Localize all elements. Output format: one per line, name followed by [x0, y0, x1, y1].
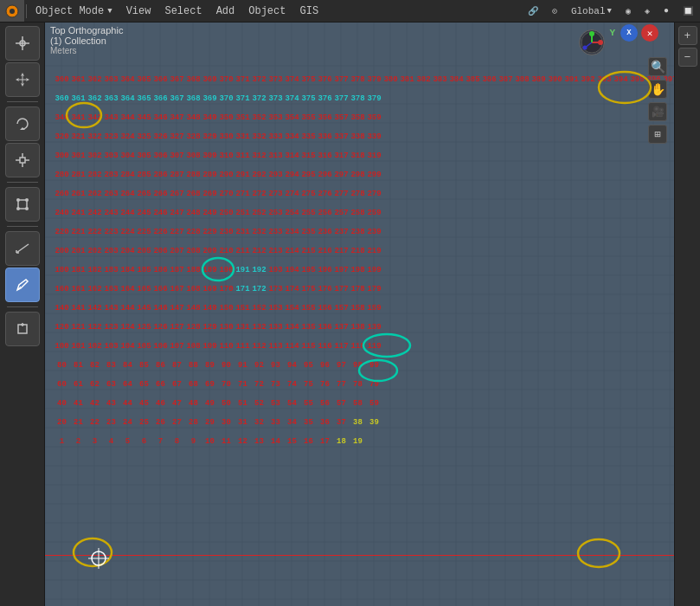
grid-number[interactable]: 369 — [202, 89, 218, 108]
grid-number[interactable]: 364 — [119, 70, 136, 89]
grid-number[interactable]: 362 — [87, 89, 103, 108]
grid-number[interactable]: 249 — [202, 203, 218, 222]
grid-number[interactable]: 84 — [119, 356, 136, 375]
grid-number[interactable]: 377 — [333, 70, 350, 89]
grid-number[interactable]: 348 — [185, 108, 202, 127]
grid-number[interactable]: 57 — [333, 394, 350, 413]
rotate-tool[interactable] — [5, 106, 40, 141]
grid-number[interactable]: 9 — [185, 432, 202, 451]
grid-number[interactable]: 105 — [136, 337, 152, 356]
grid-number[interactable]: 224 — [119, 222, 136, 242]
grid-number[interactable]: 360 — [54, 89, 70, 108]
grid-number[interactable]: 385 — [465, 70, 481, 89]
grid-number[interactable]: 92 — [251, 356, 267, 375]
grid-number[interactable]: 301 — [70, 146, 87, 165]
hand-pan-btn[interactable]: ✋ — [648, 80, 667, 99]
close-viewport-button[interactable]: ✕ — [641, 24, 658, 42]
grid-number[interactable]: 166 — [152, 280, 169, 299]
grid-number[interactable]: 114 — [284, 337, 300, 356]
grid-number[interactable]: 244 — [119, 203, 136, 222]
grid-number[interactable]: 137 — [333, 318, 350, 337]
grid-number[interactable]: 6 — [136, 432, 152, 451]
grid-number[interactable]: 347 — [169, 108, 185, 127]
cursor-tool[interactable] — [5, 26, 40, 61]
grid-number[interactable]: 11 — [218, 432, 234, 451]
gis-menu[interactable]: GIS — [292, 0, 325, 22]
grid-number[interactable]: 25 — [136, 413, 152, 432]
grid-number[interactable]: 278 — [350, 184, 366, 203]
grid-number[interactable]: 290 — [218, 165, 234, 184]
grid-number[interactable]: 190 — [218, 261, 234, 280]
grid-number[interactable]: 193 — [267, 261, 284, 280]
grid-number[interactable]: 252 — [251, 203, 267, 222]
grid-number[interactable]: 123 — [103, 318, 119, 337]
grid-number[interactable]: 96 — [317, 356, 333, 375]
grid-number[interactable]: 95 — [300, 356, 317, 375]
grid-number[interactable]: 237 — [333, 222, 350, 242]
grid-number[interactable]: 179 — [366, 280, 382, 299]
grid-number[interactable]: 253 — [267, 203, 284, 222]
grid-number[interactable]: 175 — [300, 280, 317, 299]
grid-number[interactable]: 327 — [169, 127, 185, 146]
grid-number[interactable]: 259 — [366, 203, 382, 222]
grid-number[interactable]: 213 — [267, 242, 284, 261]
grid-number[interactable]: 143 — [103, 299, 119, 318]
grid-number[interactable]: 8 — [169, 432, 185, 451]
viewport-shading[interactable]: ● — [657, 0, 676, 22]
grid-number[interactable]: 353 — [267, 108, 284, 127]
grid-number[interactable]: 344 — [119, 108, 136, 127]
grid-number[interactable]: 355 — [300, 108, 317, 127]
grid-number[interactable]: 200 — [54, 242, 70, 261]
annotate-tool[interactable] — [5, 268, 40, 302]
grid-number[interactable]: 289 — [202, 165, 218, 184]
grid-number[interactable]: 364 — [119, 89, 136, 108]
grid-number[interactable]: 331 — [234, 127, 251, 146]
grid-number[interactable]: 362 — [87, 70, 103, 89]
grid-number[interactable]: 368 — [185, 89, 202, 108]
grid-number[interactable]: 167 — [169, 280, 185, 299]
grid-number[interactable]: 378 — [350, 89, 366, 108]
grid-number[interactable]: 373 — [267, 89, 284, 108]
grid-number[interactable]: 154 — [284, 299, 300, 318]
grid-number[interactable]: 158 — [350, 299, 366, 318]
grid-number[interactable]: 291 — [234, 165, 251, 184]
grid-number[interactable]: 159 — [366, 299, 382, 318]
grid-number[interactable]: 41 — [70, 394, 87, 413]
grid-number[interactable]: 304 — [119, 146, 136, 165]
grid-number[interactable]: 372 — [251, 89, 267, 108]
grid-number[interactable]: 306 — [152, 146, 169, 165]
object-menu[interactable]: Object — [241, 0, 292, 22]
grid-number[interactable]: 371 — [234, 70, 251, 89]
grid-number[interactable]: 168 — [185, 280, 202, 299]
grid-number[interactable]: 33 — [267, 413, 284, 432]
grid-number[interactable]: 169 — [202, 280, 218, 299]
grid-number[interactable]: 133 — [267, 318, 284, 337]
grid-number[interactable]: 225 — [136, 222, 152, 242]
grid-number[interactable]: 67 — [169, 375, 185, 394]
grid-number[interactable]: 153 — [267, 299, 284, 318]
grid-number[interactable]: 48 — [185, 394, 202, 413]
grid-number[interactable]: 247 — [169, 203, 185, 222]
grid-number[interactable]: 255 — [300, 203, 317, 222]
grid-number[interactable]: 378 — [350, 70, 366, 89]
grid-number[interactable]: 279 — [366, 184, 382, 203]
grid-number[interactable]: 104 — [119, 337, 136, 356]
grid-number[interactable]: 44 — [119, 394, 136, 413]
grid-number[interactable]: 311 — [234, 146, 251, 165]
grid-number[interactable]: 315 — [300, 146, 317, 165]
view-menu[interactable]: View — [119, 0, 158, 22]
select-menu[interactable]: Select — [157, 0, 209, 22]
mode-selector[interactable]: Object Mode ▼ — [29, 0, 119, 22]
grid-number[interactable]: 5 — [119, 432, 136, 451]
grid-number[interactable]: 52 — [251, 394, 267, 413]
grid-number[interactable]: 359 — [366, 108, 382, 127]
grid-number[interactable]: 242 — [87, 203, 103, 222]
grid-number[interactable]: 70 — [218, 375, 234, 394]
grid-number[interactable]: 316 — [317, 146, 333, 165]
grid-number[interactable]: 223 — [103, 222, 119, 242]
grid-number[interactable]: 365 — [136, 70, 152, 89]
grid-number[interactable]: 368 — [185, 70, 202, 89]
proportional-edit[interactable]: ⊙ — [545, 0, 564, 22]
grid-number[interactable]: 328 — [185, 127, 202, 146]
grid-number[interactable]: 395 — [629, 70, 645, 89]
